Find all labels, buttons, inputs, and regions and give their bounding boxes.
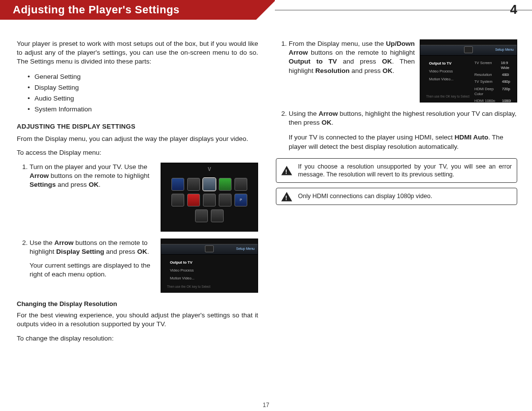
section-heading: ADJUSTING THE DISPLAY SETTINGS	[17, 122, 258, 131]
screenshot-resolution-menu: Setup Menu Output to TV Video Process Mo…	[420, 39, 517, 103]
change-line: To change the display resolution:	[17, 334, 258, 343]
sub-paragraph: For the best viewing experience, you sho…	[17, 311, 258, 329]
screenshot-apps-grid: V P	[161, 163, 258, 232]
right-column: From the Display menu, use the Up/Down A…	[276, 39, 517, 348]
step-2-text: Use the Arrow buttons on the remote to h…	[30, 239, 156, 279]
list-item: System Information	[34, 104, 258, 115]
r-step-2: Using the Arrow buttons, highlight the h…	[289, 109, 517, 151]
warning-icon	[281, 166, 292, 175]
screenshot-display-menu: Setup Menu Output to TV Video Process Mo…	[161, 239, 258, 293]
intro-paragraph: Your player is preset to work with most …	[17, 39, 258, 67]
chapter-title: Adjusting the Player's Settings	[0, 2, 180, 17]
resolution-steps: From the Display menu, use the Up/Down A…	[276, 39, 517, 151]
step-2: Use the Arrow buttons on the remote to h…	[30, 239, 258, 293]
monitor-icon	[464, 46, 473, 53]
r-step-1-text: From the Display menu, use the Up/Down A…	[289, 39, 415, 75]
sub-heading: Changing the Display Resolution	[17, 300, 258, 308]
access-line: To access the Display menu:	[17, 148, 258, 157]
access-steps: Turn on the player and your TV. Use the …	[17, 163, 258, 293]
note-text: If you choose a resolution unsupported b…	[298, 163, 512, 178]
vizio-logo-icon: V	[208, 166, 211, 173]
chapter-header: Adjusting the Player's Settings 4	[0, 0, 532, 20]
chapter-number: 4	[510, 1, 517, 18]
list-item: General Setting	[34, 71, 258, 82]
r-step-2-text: Using the Arrow buttons, highlight the h…	[289, 109, 517, 127]
warning-note-resolution: If you choose a resolution unsupported b…	[276, 158, 517, 183]
note-text: Only HDMI connections can display 1080p …	[298, 193, 432, 200]
list-item: Audio Setting	[34, 93, 258, 104]
settings-parts-list: General Setting Display Setting Audio Se…	[17, 71, 258, 115]
page-number: 17	[263, 401, 269, 409]
header-diagonal	[256, 0, 276, 20]
warning-note-hdmi: Only HDMI connections can display 1080p …	[276, 188, 517, 205]
list-item: Display Setting	[34, 82, 258, 93]
step-1-text: Turn on the player and your TV. Use the …	[30, 163, 156, 190]
warning-icon	[281, 192, 292, 201]
section-intro: From the Display menu, you can adjust th…	[17, 135, 258, 143]
header-rule	[275, 10, 532, 10]
monitor-icon	[205, 245, 214, 252]
step-1: Turn on the player and your TV. Use the …	[30, 163, 258, 232]
r-step-2-para2: If your TV is connected to the player us…	[289, 133, 517, 151]
content-area: Your player is preset to work with most …	[0, 20, 532, 348]
left-column: Your player is preset to work with most …	[17, 39, 258, 348]
r-step-1: From the Display menu, use the Up/Down A…	[289, 39, 517, 103]
